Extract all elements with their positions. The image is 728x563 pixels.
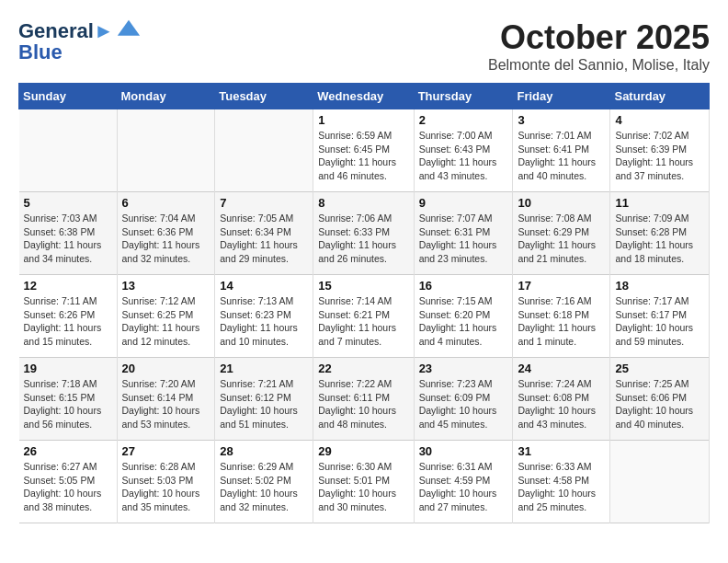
calendar-cell: 3Sunrise: 7:01 AM Sunset: 6:41 PM Daylig… <box>513 109 610 192</box>
calendar-cell <box>215 109 313 192</box>
day-info: Sunrise: 7:15 AM Sunset: 6:20 PM Dayligh… <box>419 294 508 349</box>
day-number: 25 <box>615 362 704 375</box>
calendar-cell <box>117 109 215 192</box>
day-info: Sunrise: 7:03 AM Sunset: 6:38 PM Dayligh… <box>24 212 112 266</box>
day-info: Sunrise: 7:12 AM Sunset: 6:25 PM Dayligh… <box>122 294 210 349</box>
calendar-cell: 12Sunrise: 7:11 AM Sunset: 6:26 PM Dayli… <box>19 275 118 358</box>
day-info: Sunrise: 6:27 AM Sunset: 5:05 PM Dayligh… <box>24 460 112 514</box>
day-number: 14 <box>220 279 308 293</box>
calendar-cell: 19Sunrise: 7:18 AM Sunset: 6:15 PM Dayli… <box>19 358 118 441</box>
day-number: 22 <box>318 362 408 375</box>
day-number: 7 <box>220 196 308 210</box>
calendar-cell: 6Sunrise: 7:04 AM Sunset: 6:36 PM Daylig… <box>117 192 215 275</box>
day-number: 15 <box>318 279 408 293</box>
day-info: Sunrise: 7:11 AM Sunset: 6:26 PM Dayligh… <box>24 294 112 349</box>
day-info: Sunrise: 7:23 AM Sunset: 6:09 PM Dayligh… <box>419 377 508 431</box>
day-number: 10 <box>518 196 605 210</box>
day-info: Sunrise: 7:25 AM Sunset: 6:06 PM Dayligh… <box>615 377 704 431</box>
calendar-cell: 4Sunrise: 7:02 AM Sunset: 6:39 PM Daylig… <box>610 109 710 192</box>
calendar-cell: 2Sunrise: 7:00 AM Sunset: 6:43 PM Daylig… <box>414 109 513 192</box>
day-info: Sunrise: 7:14 AM Sunset: 6:21 PM Dayligh… <box>318 294 408 349</box>
calendar-body: 1Sunrise: 6:59 AM Sunset: 6:45 PM Daylig… <box>19 109 710 523</box>
calendar-cell: 1Sunrise: 6:59 AM Sunset: 6:45 PM Daylig… <box>313 109 414 192</box>
day-number: 26 <box>24 444 112 458</box>
calendar-cell: 8Sunrise: 7:06 AM Sunset: 6:33 PM Daylig… <box>313 192 414 275</box>
calendar-header-row: SundayMondayTuesdayWednesdayThursdayFrid… <box>19 84 710 109</box>
calendar-cell: 17Sunrise: 7:16 AM Sunset: 6:18 PM Dayli… <box>513 275 610 358</box>
day-info: Sunrise: 6:30 AM Sunset: 5:01 PM Dayligh… <box>318 460 408 514</box>
weekday-header: Thursday <box>414 84 513 109</box>
day-info: Sunrise: 7:13 AM Sunset: 6:23 PM Dayligh… <box>220 294 308 349</box>
day-info: Sunrise: 6:29 AM Sunset: 5:02 PM Dayligh… <box>220 460 308 514</box>
calendar-cell: 27Sunrise: 6:28 AM Sunset: 5:03 PM Dayli… <box>117 441 215 523</box>
day-number: 20 <box>122 362 210 375</box>
calendar-cell: 15Sunrise: 7:14 AM Sunset: 6:21 PM Dayli… <box>313 275 414 358</box>
calendar-cell: 22Sunrise: 7:22 AM Sunset: 6:11 PM Dayli… <box>313 358 414 441</box>
day-number: 9 <box>419 196 508 210</box>
weekday-header: Saturday <box>610 84 710 109</box>
day-info: Sunrise: 7:06 AM Sunset: 6:33 PM Dayligh… <box>318 212 408 266</box>
weekday-header: Tuesday <box>215 84 313 109</box>
calendar-cell: 23Sunrise: 7:23 AM Sunset: 6:09 PM Dayli… <box>414 358 513 441</box>
day-number: 8 <box>318 196 408 210</box>
calendar-week-row: 1Sunrise: 6:59 AM Sunset: 6:45 PM Daylig… <box>19 109 710 192</box>
day-info: Sunrise: 7:16 AM Sunset: 6:18 PM Dayligh… <box>518 294 605 349</box>
day-number: 4 <box>615 113 704 127</box>
calendar-table: SundayMondayTuesdayWednesdayThursdayFrid… <box>18 83 710 523</box>
day-info: Sunrise: 7:24 AM Sunset: 6:08 PM Dayligh… <box>518 377 605 431</box>
day-number: 12 <box>24 279 112 293</box>
month-title: October 2025 <box>488 18 710 57</box>
day-number: 31 <box>518 444 605 458</box>
day-info: Sunrise: 7:22 AM Sunset: 6:11 PM Dayligh… <box>318 377 408 431</box>
calendar-cell <box>19 109 118 192</box>
day-number: 28 <box>220 444 308 458</box>
day-info: Sunrise: 7:00 AM Sunset: 6:43 PM Dayligh… <box>419 129 508 183</box>
calendar-cell: 18Sunrise: 7:17 AM Sunset: 6:17 PM Dayli… <box>610 275 710 358</box>
calendar-cell: 7Sunrise: 7:05 AM Sunset: 6:34 PM Daylig… <box>215 192 313 275</box>
calendar-week-row: 19Sunrise: 7:18 AM Sunset: 6:15 PM Dayli… <box>19 358 710 441</box>
calendar-cell: 25Sunrise: 7:25 AM Sunset: 6:06 PM Dayli… <box>610 358 710 441</box>
calendar-cell <box>610 441 710 523</box>
day-number: 21 <box>220 362 308 375</box>
day-number: 18 <box>615 279 704 293</box>
calendar-cell: 28Sunrise: 6:29 AM Sunset: 5:02 PM Dayli… <box>215 441 313 523</box>
day-info: Sunrise: 7:17 AM Sunset: 6:17 PM Dayligh… <box>615 294 704 349</box>
day-number: 16 <box>419 279 508 293</box>
day-number: 11 <box>615 196 704 210</box>
day-info: Sunrise: 7:09 AM Sunset: 6:28 PM Dayligh… <box>615 212 704 266</box>
logo: General► Blue <box>18 18 142 64</box>
day-number: 3 <box>518 113 605 127</box>
logo-icon <box>116 18 142 44</box>
day-info: Sunrise: 7:05 AM Sunset: 6:34 PM Dayligh… <box>220 212 308 266</box>
calendar-cell: 13Sunrise: 7:12 AM Sunset: 6:25 PM Dayli… <box>117 275 215 358</box>
weekday-header: Sunday <box>19 84 118 109</box>
day-info: Sunrise: 6:59 AM Sunset: 6:45 PM Dayligh… <box>318 129 408 183</box>
day-number: 5 <box>24 196 112 210</box>
calendar-cell: 14Sunrise: 7:13 AM Sunset: 6:23 PM Dayli… <box>215 275 313 358</box>
calendar-cell: 30Sunrise: 6:31 AM Sunset: 4:59 PM Dayli… <box>414 441 513 523</box>
day-info: Sunrise: 7:18 AM Sunset: 6:15 PM Dayligh… <box>24 377 112 431</box>
day-number: 29 <box>318 444 408 458</box>
day-info: Sunrise: 7:07 AM Sunset: 6:31 PM Dayligh… <box>419 212 508 266</box>
calendar-week-row: 5Sunrise: 7:03 AM Sunset: 6:38 PM Daylig… <box>19 192 710 275</box>
day-info: Sunrise: 6:28 AM Sunset: 5:03 PM Dayligh… <box>122 460 210 514</box>
calendar-cell: 26Sunrise: 6:27 AM Sunset: 5:05 PM Dayli… <box>19 441 118 523</box>
day-number: 19 <box>24 362 112 375</box>
calendar-cell: 24Sunrise: 7:24 AM Sunset: 6:08 PM Dayli… <box>513 358 610 441</box>
day-info: Sunrise: 6:31 AM Sunset: 4:59 PM Dayligh… <box>419 460 508 514</box>
calendar-cell: 5Sunrise: 7:03 AM Sunset: 6:38 PM Daylig… <box>19 192 118 275</box>
calendar-cell: 10Sunrise: 7:08 AM Sunset: 6:29 PM Dayli… <box>513 192 610 275</box>
calendar-cell: 20Sunrise: 7:20 AM Sunset: 6:14 PM Dayli… <box>117 358 215 441</box>
day-info: Sunrise: 7:20 AM Sunset: 6:14 PM Dayligh… <box>122 377 210 431</box>
day-number: 17 <box>518 279 605 293</box>
title-block: October 2025 Belmonte del Sannio, Molise… <box>488 18 710 74</box>
svg-marker-0 <box>118 20 140 36</box>
day-number: 2 <box>419 113 508 127</box>
calendar-cell: 16Sunrise: 7:15 AM Sunset: 6:20 PM Dayli… <box>414 275 513 358</box>
day-info: Sunrise: 7:02 AM Sunset: 6:39 PM Dayligh… <box>615 129 704 183</box>
day-number: 24 <box>518 362 605 375</box>
day-info: Sunrise: 7:08 AM Sunset: 6:29 PM Dayligh… <box>518 212 605 266</box>
calendar-cell: 31Sunrise: 6:33 AM Sunset: 4:58 PM Dayli… <box>513 441 610 523</box>
day-number: 23 <box>419 362 508 375</box>
calendar-week-row: 12Sunrise: 7:11 AM Sunset: 6:26 PM Dayli… <box>19 275 710 358</box>
